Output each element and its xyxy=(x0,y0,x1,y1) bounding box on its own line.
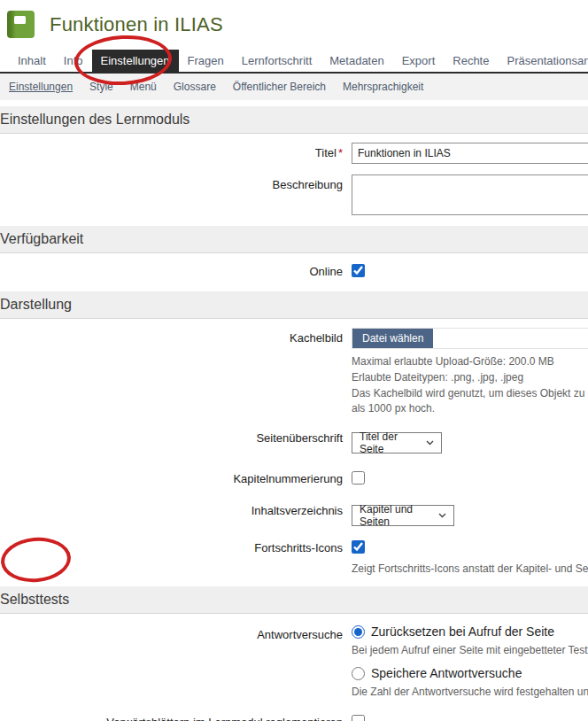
required-marker: * xyxy=(338,146,343,159)
subtab-einstellungen[interactable]: Einstellungen xyxy=(9,81,73,93)
online-label: Online xyxy=(0,264,352,279)
vorwaertsblaettern-checkbox[interactable] xyxy=(352,715,365,721)
datei-waehlen-button[interactable]: Datei wählen xyxy=(352,329,433,348)
form-row-seitenueberschrift: Seitenüberschrift Titel der Seite xyxy=(0,428,588,454)
kapitelnummerierung-label: Kapitelnummerierung xyxy=(0,471,352,486)
tab-export[interactable]: Export xyxy=(393,50,445,72)
fortschritts-icons-info: Zeigt Fortschritts-Icons anstatt der Kap… xyxy=(352,562,588,576)
form-row-kachelbild: Kachelbild Datei wählen Maximal erlaubte… xyxy=(0,328,588,415)
titel-label: Titel xyxy=(315,146,337,159)
subtab-style[interactable]: Style xyxy=(89,81,113,93)
seitenueberschrift-label: Seitenüberschrift xyxy=(0,428,352,446)
chevron-down-icon xyxy=(438,513,446,518)
online-checkbox[interactable] xyxy=(352,264,365,277)
subtab-glossare[interactable]: Glossare xyxy=(174,81,216,93)
form-row-titel: Titel* xyxy=(0,143,588,164)
kachelbild-info-line1: Das Kachelbild wird genutzt, um dieses O… xyxy=(352,386,588,400)
dateitypen-info: Erlaubte Dateitypen: .png, .jpg, .jpeg xyxy=(352,370,588,384)
page-title: Funktionen in ILIAS xyxy=(50,13,223,36)
beschreibung-label: Beschreibung xyxy=(0,174,352,192)
form-row-kapitelnummerierung: Kapitelnummerierung xyxy=(0,471,588,488)
form-row-vorwaertsblaettern: Vorwärtsblättern im Lernmodul reglementi… xyxy=(0,715,588,721)
vorwaertsblaettern-label: Vorwärtsblättern im Lernmodul reglementi… xyxy=(0,715,352,721)
seitenueberschrift-selected-value: Titel der Seite xyxy=(360,430,414,455)
kachelbild-label: Kachelbild xyxy=(0,328,352,345)
kapitelnummerierung-checkbox[interactable] xyxy=(352,471,365,485)
section-header-darstellung: Darstellung xyxy=(0,291,588,319)
tab-praesentationsansicht-label: Präsentationsansicht xyxy=(507,54,588,67)
tab-einstellungen[interactable]: Einstellungen xyxy=(92,50,179,72)
form-row-inhaltsverzeichnis: Inhaltsverzeichnis Kapitel und Seiten xyxy=(0,500,588,526)
seitenueberschrift-select[interactable]: Titel der Seite xyxy=(352,432,442,454)
tab-rechte[interactable]: Rechte xyxy=(444,50,498,72)
antwortversuche-label: Antwortversuche xyxy=(0,624,352,642)
tab-praesentationsansicht[interactable]: Präsentationsansicht ❯ xyxy=(498,50,588,72)
speichere-radio[interactable] xyxy=(352,667,365,680)
zuruecksetzen-info: Bei jedem Aufruf einer Seite mit eingebe… xyxy=(352,643,588,657)
tab-lernfortschritt[interactable]: Lernfortschritt xyxy=(233,50,321,72)
inhaltsverzeichnis-select[interactable]: Kapitel und Seiten xyxy=(352,505,454,526)
speichere-radio-label: Speichere Antwortversuche xyxy=(371,666,522,680)
radio-option-speichere[interactable]: Speichere Antwortversuche xyxy=(352,666,588,680)
page-header: Funktionen in ILIAS xyxy=(0,0,588,49)
radio-option-zuruecksetzen[interactable]: Zurücksetzen bei Aufruf der Seite xyxy=(352,624,588,639)
tab-info[interactable]: Info xyxy=(55,50,92,72)
form-row-antwortversuche: Antwortversuche Zurücksetzen bei Aufruf … xyxy=(0,624,588,699)
main-tabbar: Inhalt Info Einstellungen Fragen Lernfor… xyxy=(0,49,588,74)
form-row-beschreibung: Beschreibung xyxy=(0,174,588,219)
tab-metadaten[interactable]: Metadaten xyxy=(321,50,392,72)
kachelbild-info-line2: als 1000 px hoch. xyxy=(352,401,588,415)
inhaltsverzeichnis-selected-value: Kapitel und Seiten xyxy=(360,503,426,528)
kachelbild-file-input[interactable]: Datei wählen xyxy=(352,328,588,349)
fortschritts-icons-checkbox[interactable] xyxy=(352,540,365,554)
section-header-selbsttests: Selbsttests xyxy=(0,586,588,614)
form-row-fortschritts-icons: Fortschritts-Icons Zeigt Fortschritts-Ic… xyxy=(0,540,588,576)
learning-module-icon xyxy=(7,11,35,38)
subtab-mehrsprachigkeit[interactable]: Mehrsprachigkeit xyxy=(343,81,423,93)
tab-inhalt[interactable]: Inhalt xyxy=(9,50,55,72)
sub-tabbar: Einstellungen Style Menü Glossare Öffent… xyxy=(0,74,588,100)
learning-module-icon-page xyxy=(14,16,26,24)
tab-fragen[interactable]: Fragen xyxy=(179,50,233,72)
beschreibung-textarea[interactable] xyxy=(352,174,588,215)
inhaltsverzeichnis-label: Inhaltsverzeichnis xyxy=(0,500,352,518)
upload-size-info: Maximal erlaubte Upload-Größe: 200.0 MB xyxy=(352,354,588,368)
section-header-verfuegbarkeit: Verfügbarkeit xyxy=(0,226,588,253)
chevron-down-icon xyxy=(426,440,434,446)
fortschritts-icons-label: Fortschritts-Icons xyxy=(0,540,352,555)
zuruecksetzen-radio-label: Zurücksetzen bei Aufruf der Seite xyxy=(371,624,554,639)
titel-input[interactable] xyxy=(352,143,588,164)
section-header-lernmodul: Einstellungen des Lernmoduls xyxy=(0,106,588,134)
subtab-oeffentlicher-bereich[interactable]: Öffentlicher Bereich xyxy=(233,81,326,93)
form-row-online: Online xyxy=(0,264,588,281)
speichere-info: Die Zahl der Antwortversuche wird festge… xyxy=(352,685,588,699)
zuruecksetzen-radio[interactable] xyxy=(352,625,365,639)
subtab-menue[interactable]: Menü xyxy=(130,81,157,93)
